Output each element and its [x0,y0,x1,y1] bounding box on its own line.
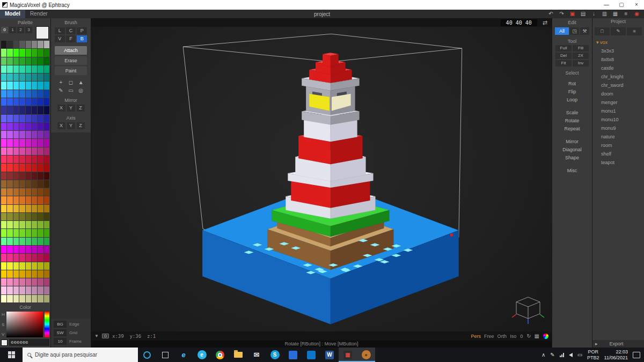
select-all-button[interactable]: All [555,27,569,35]
palette-swatch[interactable] [32,115,37,122]
palette-swatch[interactable] [7,295,12,302]
palette-swatch[interactable] [19,41,25,48]
project-item-teapot[interactable]: teapot [596,158,642,167]
palette-swatch[interactable] [44,229,49,237]
palette-swatch[interactable] [44,188,49,196]
palette-swatch[interactable] [19,229,25,237]
palette-swatch[interactable] [32,229,37,237]
palette-swatch[interactable] [19,262,25,270]
palette-swatch[interactable] [38,180,43,188]
palette-swatch[interactable] [19,123,25,130]
palette-swatch[interactable] [32,295,37,302]
palette-swatch[interactable] [7,180,12,188]
palette-swatch[interactable] [32,286,37,294]
palette-swatch[interactable] [13,205,19,212]
axis-axis-x[interactable]: X [57,122,65,129]
palette-swatch[interactable] [26,123,31,130]
palette-swatch[interactable] [32,139,37,146]
palette-swatch[interactable] [1,65,6,73]
palette-swatch[interactable] [19,164,25,171]
folder-vox[interactable]: ▾ vox [596,39,642,47]
brush-mode-c[interactable]: C [66,27,76,34]
palette-tab-3[interactable]: 3 [25,27,32,33]
project-item-menger[interactable]: menger [596,98,642,107]
chevron-down-icon[interactable]: ▼ [94,334,99,338]
palette-swatch[interactable] [26,229,31,237]
tab-render[interactable]: Render [25,10,53,18]
palette-swatch[interactable] [44,123,49,130]
pick-icon[interactable]: ▲ [76,79,85,86]
palette-swatch[interactable] [32,156,37,163]
palette-swatch[interactable] [19,172,25,180]
viewport-canvas[interactable] [91,18,552,348]
palette-swatch[interactable] [26,73,31,81]
palette-swatch[interactable] [26,286,31,294]
palette-swatch[interactable] [38,221,43,228]
palette-swatch[interactable] [32,41,37,48]
list-view-icon[interactable]: ≡ [627,27,642,35]
palette-swatch[interactable] [7,82,12,89]
edit-action-loop[interactable]: Loop [553,96,591,104]
display-toggle-edge[interactable]: BG [54,321,67,328]
taskbar-search-input[interactable]: Digite aqui para pesquisar [23,348,138,362]
palette-swatch[interactable] [7,164,12,171]
app-edge-new-button[interactable]: e [193,348,211,362]
palette-swatch[interactable] [26,278,31,286]
palette-swatch[interactable] [32,254,37,261]
palette-swatch[interactable] [32,246,37,253]
palette-swatch[interactable] [13,49,19,56]
palette-swatch[interactable] [7,270,12,278]
palette-swatch[interactable] [19,238,25,245]
view-mode-pers[interactable]: Pers [471,334,481,339]
palette-swatch[interactable] [32,164,37,171]
duplicate-icon[interactable]: ▦ [611,10,619,18]
palette-swatch[interactable] [13,139,19,146]
palette-swatch[interactable] [19,65,25,73]
palette-swatch[interactable] [7,188,12,196]
palette-swatch[interactable] [13,213,19,220]
palette-swatch[interactable] [26,98,31,106]
palette-swatch[interactable] [1,270,6,278]
palette-swatch[interactable] [1,246,6,253]
palette-swatch[interactable] [19,196,25,204]
new-model-icon[interactable]: □ [595,27,610,35]
palette-swatch[interactable] [44,90,49,98]
palette-swatch[interactable] [26,147,31,155]
palette-swatch[interactable] [38,49,43,56]
axis-axis-y[interactable]: Y [67,122,75,129]
palette-swatch[interactable] [26,172,31,180]
palette-swatch[interactable] [19,180,25,188]
edit-action-rot[interactable]: Rot [553,80,591,88]
palette-swatch[interactable] [13,115,19,122]
palette-tab-2[interactable]: 2 [17,27,24,33]
palette-swatch[interactable] [19,221,25,228]
palette-swatch[interactable] [13,73,19,81]
attach-button[interactable]: Attach [55,46,87,55]
project-item-3x3x3[interactable]: 3x3x3 [596,47,642,55]
palette-swatch[interactable] [38,131,43,138]
project-item-nature[interactable]: nature [596,132,642,141]
brush-mode-v[interactable]: V [55,35,65,42]
palette-swatch[interactable] [7,123,12,130]
tool-fill[interactable]: Fill [573,45,589,51]
palette-swatch[interactable] [32,238,37,245]
palette-swatch[interactable] [1,139,6,146]
palette-swatch[interactable] [13,147,19,155]
palette-swatch[interactable] [44,115,49,122]
tool-del[interactable]: Del [555,53,572,59]
palette-swatch[interactable] [7,49,12,56]
palette-swatch[interactable] [44,205,49,212]
palette-swatch[interactable] [32,180,37,188]
project-item-monu10[interactable]: monu10 [596,115,642,124]
palette-swatch[interactable] [32,123,37,130]
palette-swatch[interactable] [44,270,49,278]
palette-swatch[interactable] [44,246,49,253]
orbit-icon[interactable]: ↻ [526,333,531,339]
palette-swatch[interactable] [19,278,25,286]
project-item-doom[interactable]: doom [596,90,642,98]
palette-swatch[interactable] [13,82,19,89]
palette-swatch[interactable] [1,221,6,228]
palette-swatch[interactable] [38,278,43,286]
export-button[interactable]: Export [610,341,624,346]
display-toggle-frame[interactable]: 10 [54,338,67,345]
